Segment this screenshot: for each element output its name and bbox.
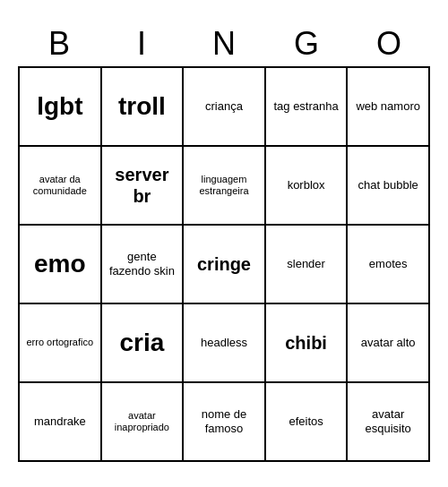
cell-text: emotes: [369, 257, 408, 271]
table-row: gente fazendo skin: [102, 226, 185, 304]
cell-text: cringe: [197, 253, 251, 275]
table-row: mandrake: [20, 383, 102, 462]
title-o: O: [349, 25, 428, 63]
cell-text: gente fazendo skin: [106, 250, 179, 278]
table-row: troll: [102, 68, 185, 147]
cell-text: erro ortografico: [27, 337, 94, 348]
bingo-title-row: B I N G O: [18, 25, 430, 63]
table-row: criança: [184, 68, 266, 147]
table-row: web namoro: [348, 68, 430, 147]
cell-text: avatar alto: [361, 336, 416, 350]
cell-text: tag estranha: [273, 99, 338, 114]
cell-text: korblox: [288, 178, 325, 192]
table-row: linguagem estrangeira: [184, 147, 266, 226]
table-row: erro ortografico: [20, 304, 102, 383]
cell-text: slender: [287, 257, 325, 271]
cell-text: avatar esquisito: [351, 407, 425, 435]
title-n: N: [185, 25, 263, 63]
bingo-card: B I N G O lgbttrollcriançatag estranhawe…: [9, 16, 439, 471]
cell-text: cria: [119, 328, 164, 358]
table-row: cria: [102, 304, 185, 383]
cell-text: criança: [205, 99, 243, 114]
bingo-grid: lgbttrollcriançatag estranhaweb namoroav…: [18, 66, 430, 462]
title-i: I: [102, 25, 181, 63]
table-row: server br: [102, 147, 185, 226]
cell-text: web namoro: [356, 99, 420, 114]
table-row: korblox: [266, 147, 349, 226]
table-row: avatar alto: [348, 304, 430, 383]
table-row: emotes: [348, 226, 430, 304]
cell-text: avatar inapropriado: [106, 410, 179, 433]
table-row: chibi: [266, 304, 349, 383]
table-row: slender: [266, 226, 349, 304]
table-row: emo: [20, 226, 102, 304]
table-row: avatar esquisito: [348, 383, 430, 462]
table-row: lgbt: [20, 68, 102, 147]
table-row: avatar da comunidade: [20, 147, 102, 226]
title-g: G: [267, 25, 346, 63]
table-row: tag estranha: [266, 68, 349, 147]
cell-text: efeitos: [289, 414, 323, 429]
cell-text: headless: [201, 336, 247, 350]
cell-text: emo: [34, 249, 86, 279]
cell-text: avatar da comunidade: [23, 174, 97, 197]
table-row: nome de famoso: [184, 383, 266, 462]
cell-text: chat bubble: [358, 178, 418, 192]
cell-text: nome de famoso: [187, 407, 261, 435]
table-row: efeitos: [266, 383, 349, 462]
table-row: cringe: [184, 226, 266, 304]
cell-text: linguagem estrangeira: [187, 174, 261, 197]
table-row: avatar inapropriado: [102, 383, 185, 462]
cell-text: lgbt: [37, 91, 82, 122]
table-row: chat bubble: [348, 147, 430, 226]
cell-text: server br: [106, 164, 179, 207]
table-row: headless: [184, 304, 266, 383]
cell-text: mandrake: [34, 414, 86, 429]
title-b: B: [20, 25, 99, 63]
cell-text: chibi: [285, 332, 327, 354]
cell-text: troll: [118, 91, 166, 122]
